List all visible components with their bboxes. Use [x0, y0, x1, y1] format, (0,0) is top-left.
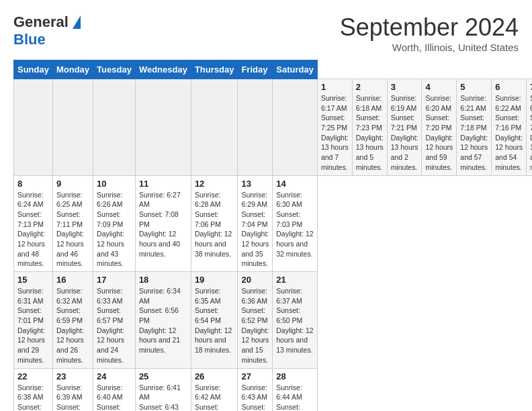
day-info: Sunrise: 6:31 AM Sunset: 7:01 PM Dayligh…: [17, 286, 49, 365]
day-number: 18: [139, 275, 187, 285]
calendar-cell: 23 Sunrise: 6:39 AM Sunset: 6:47 PM Dayl…: [52, 368, 93, 411]
day-info: Sunrise: 6:40 AM Sunset: 6:45 PM Dayligh…: [97, 383, 132, 412]
day-number: 26: [195, 371, 234, 381]
sunrise: Sunrise: 6:18 AM: [356, 94, 382, 112]
sunset: Sunset: 6:57 PM: [97, 306, 123, 324]
calendar-cell: [93, 79, 136, 176]
calendar-cell: 24 Sunrise: 6:40 AM Sunset: 6:45 PM Dayl…: [93, 368, 136, 411]
sunset: Sunset: 7:25 PM: [321, 113, 347, 132]
calendar-week-row: 15 Sunrise: 6:31 AM Sunset: 7:01 PM Dayl…: [14, 272, 533, 369]
day-info: Sunrise: 6:28 AM Sunset: 7:06 PM Dayligh…: [195, 190, 234, 259]
calendar-header-saturday: Saturday: [273, 60, 318, 79]
page-header: General Blue September 2024 Worth, Illin…: [13, 13, 519, 53]
sunrise: Sunrise: 6:38 AM: [17, 383, 44, 402]
day-info: Sunrise: 6:24 AM Sunset: 7:13 PM Dayligh…: [17, 190, 49, 269]
day-info: Sunrise: 6:30 AM Sunset: 7:03 PM Dayligh…: [276, 190, 314, 259]
sunrise: Sunrise: 6:33 AM: [97, 287, 123, 305]
day-number: 5: [460, 82, 488, 92]
calendar-header-tuesday: Tuesday: [93, 60, 136, 79]
calendar-cell: [135, 79, 191, 176]
calendar-cell: 5 Sunrise: 6:21 AM Sunset: 7:18 PM Dayli…: [457, 79, 492, 176]
sunset: Sunset: 6:42 PM: [195, 403, 221, 411]
day-number: 9: [56, 179, 89, 189]
sunset: Sunset: 7:06 PM: [195, 210, 221, 228]
day-number: 16: [56, 275, 89, 285]
calendar-cell: 18 Sunrise: 6:34 AM Sunset: 6:56 PM Dayl…: [135, 272, 191, 369]
calendar-week-row: 1 Sunrise: 6:17 AM Sunset: 7:25 PM Dayli…: [14, 79, 533, 176]
sunset: Sunset: 6:54 PM: [195, 306, 221, 324]
calendar-cell: 25 Sunrise: 6:41 AM Sunset: 6:43 PM Dayl…: [135, 368, 191, 411]
sunrise: Sunrise: 6:43 AM: [241, 383, 267, 402]
sunset: Sunset: 6:43 PM: [139, 403, 179, 411]
sunset: Sunset: 6:47 PM: [56, 403, 83, 411]
daylight: Daylight: 12 hours and 13 minutes.: [276, 326, 313, 354]
daylight: Daylight: 12 hours and 29 minutes.: [17, 326, 45, 364]
sunrise: Sunrise: 6:21 AM: [460, 94, 486, 112]
day-number: 6: [495, 82, 523, 92]
sunrise: Sunrise: 6:30 AM: [276, 191, 302, 209]
sunrise: Sunrise: 6:26 AM: [97, 191, 123, 209]
calendar-cell: 4 Sunrise: 6:20 AM Sunset: 7:20 PM Dayli…: [422, 79, 457, 176]
day-info: Sunrise: 6:36 AM Sunset: 6:52 PM Dayligh…: [241, 286, 269, 365]
calendar-cell: 9 Sunrise: 6:25 AM Sunset: 7:11 PM Dayli…: [52, 175, 93, 272]
daylight: Daylight: 12 hours and 43 minutes.: [97, 230, 124, 267]
daylight: Daylight: 12 hours and 32 minutes.: [276, 230, 313, 257]
day-number: 23: [56, 371, 89, 381]
day-info: Sunrise: 6:19 AM Sunset: 7:21 PM Dayligh…: [391, 93, 418, 173]
day-info: Sunrise: 6:27 AM Sunset: 7:08 PM Dayligh…: [139, 190, 187, 259]
sunset: Sunset: 6:56 PM: [139, 306, 179, 324]
day-info: Sunrise: 6:41 AM Sunset: 6:43 PM Dayligh…: [139, 383, 187, 412]
calendar-cell: 7 Sunrise: 6:23 AM Sunset: 7:15 PM Dayli…: [527, 79, 532, 176]
day-number: 25: [139, 371, 187, 381]
day-number: 17: [97, 275, 132, 285]
sunrise: Sunrise: 6:39 AM: [56, 383, 83, 402]
calendar-week-row: 22 Sunrise: 6:38 AM Sunset: 6:49 PM Dayl…: [14, 368, 533, 411]
sunset: Sunset: 7:23 PM: [356, 113, 382, 132]
day-number: 2: [356, 82, 384, 92]
day-number: 21: [276, 275, 314, 285]
day-info: Sunrise: 6:32 AM Sunset: 6:59 PM Dayligh…: [56, 286, 89, 365]
sunrise: Sunrise: 6:34 AM: [139, 287, 181, 305]
sunset: Sunset: 7:09 PM: [97, 210, 123, 228]
sunset: Sunset: 6:59 PM: [56, 306, 83, 324]
logo-general-text: General: [13, 13, 69, 31]
calendar-cell: 21 Sunrise: 6:37 AM Sunset: 6:50 PM Dayl…: [273, 272, 318, 369]
daylight: Daylight: 12 hours and 57 minutes.: [460, 134, 488, 171]
sunset: Sunset: 7:16 PM: [495, 113, 521, 132]
day-info: Sunrise: 6:42 AM Sunset: 6:42 PM Dayligh…: [195, 383, 234, 412]
sunrise: Sunrise: 6:17 AM: [321, 94, 347, 112]
daylight: Daylight: 12 hours and 59 minutes.: [425, 134, 453, 171]
daylight: Daylight: 12 hours and 40 minutes.: [139, 230, 180, 257]
calendar-cell: 1 Sunrise: 6:17 AM Sunset: 7:25 PM Dayli…: [317, 79, 352, 176]
day-number: 12: [195, 179, 234, 189]
calendar-header-wednesday: Wednesday: [135, 60, 191, 79]
day-info: Sunrise: 6:37 AM Sunset: 6:50 PM Dayligh…: [276, 286, 314, 355]
calendar-cell: [52, 79, 93, 176]
calendar-header-friday: Friday: [238, 60, 273, 79]
day-info: Sunrise: 6:35 AM Sunset: 6:54 PM Dayligh…: [195, 286, 234, 355]
calendar-cell: 6 Sunrise: 6:22 AM Sunset: 7:16 PM Dayli…: [492, 79, 527, 176]
daylight: Daylight: 13 hours and 7 minutes.: [321, 134, 349, 171]
sunrise: Sunrise: 6:35 AM: [195, 287, 221, 305]
month-title: September 2024: [340, 13, 519, 42]
calendar-cell: 13 Sunrise: 6:29 AM Sunset: 7:04 PM Dayl…: [238, 175, 273, 272]
calendar-cell: 10 Sunrise: 6:26 AM Sunset: 7:09 PM Dayl…: [93, 175, 136, 272]
sunset: Sunset: 7:21 PM: [391, 113, 417, 132]
calendar-cell: 27 Sunrise: 6:43 AM Sunset: 6:40 PM Dayl…: [238, 368, 273, 411]
day-info: Sunrise: 6:38 AM Sunset: 6:49 PM Dayligh…: [17, 383, 49, 412]
calendar-cell: 26 Sunrise: 6:42 AM Sunset: 6:42 PM Dayl…: [191, 368, 238, 411]
sunset: Sunset: 7:04 PM: [241, 210, 267, 228]
title-area: September 2024 Worth, Illinois, United S…: [340, 13, 519, 53]
calendar-cell: 17 Sunrise: 6:33 AM Sunset: 6:57 PM Dayl…: [93, 272, 136, 369]
logo-triangle-icon: [73, 15, 81, 29]
day-info: Sunrise: 6:29 AM Sunset: 7:04 PM Dayligh…: [241, 190, 269, 269]
sunset: Sunset: 7:13 PM: [17, 210, 44, 228]
sunset: Sunset: 7:11 PM: [56, 210, 83, 228]
calendar-cell: 2 Sunrise: 6:18 AM Sunset: 7:23 PM Dayli…: [352, 79, 387, 176]
calendar-cell: 8 Sunrise: 6:24 AM Sunset: 7:13 PM Dayli…: [14, 175, 53, 272]
day-number: 22: [17, 371, 49, 381]
daylight: Daylight: 12 hours and 35 minutes.: [241, 230, 269, 267]
day-number: 4: [425, 82, 453, 92]
sunrise: Sunrise: 6:28 AM: [195, 191, 221, 209]
sunrise: Sunrise: 6:36 AM: [241, 287, 267, 305]
